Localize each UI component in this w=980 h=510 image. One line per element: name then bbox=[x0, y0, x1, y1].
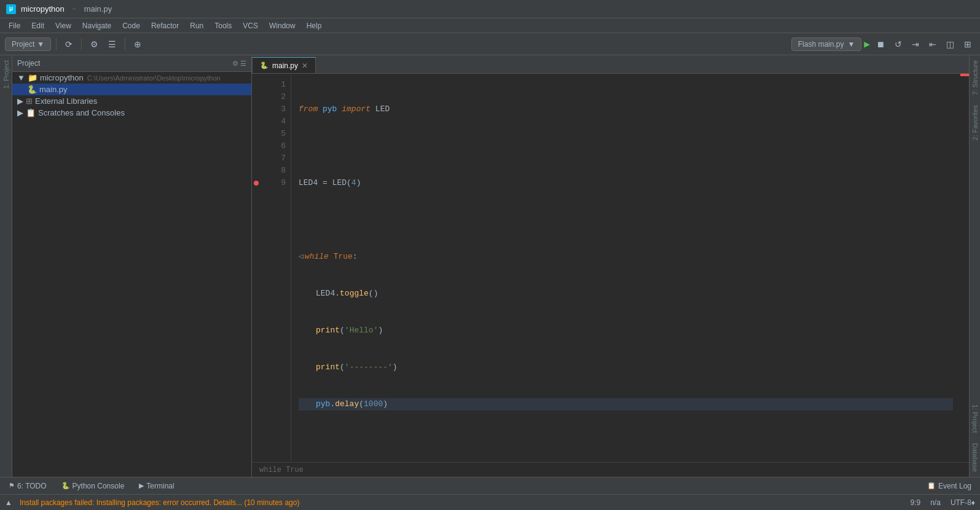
line-num-9: 9 bbox=[261, 177, 291, 189]
folder-icon: 📁 bbox=[28, 73, 37, 82]
status-error-message: Install packages failed: Installing pack… bbox=[20, 498, 300, 507]
sidebar-item-database[interactable]: Database bbox=[970, 438, 980, 477]
code-line-1: from pyb import LED bbox=[299, 103, 953, 116]
menu-view[interactable]: View bbox=[50, 20, 76, 31]
breakpoint-gutter bbox=[252, 74, 261, 462]
menu-tools[interactable]: Tools bbox=[210, 20, 237, 31]
project-dropdown-icon: ▼ bbox=[37, 40, 44, 49]
tree-file-label: main.py bbox=[39, 85, 68, 94]
line-num-2: 2 bbox=[261, 91, 291, 103]
tree-node-micropython[interactable]: ▼ 📁 micropython C:\Users\Administrator\D… bbox=[12, 72, 251, 84]
breakpoint-marker bbox=[254, 181, 259, 186]
code-line-3: LED4 = LED(4) bbox=[299, 177, 953, 189]
todo-icon: ⚑ bbox=[9, 482, 15, 490]
tab-python-console[interactable]: 🐍 Python Console bbox=[55, 480, 131, 492]
editor-hint-bar: while True bbox=[252, 462, 969, 477]
project-dropdown[interactable]: Project ▼ bbox=[5, 37, 51, 51]
tab-terminal[interactable]: ▶ Terminal bbox=[133, 480, 180, 492]
hint-text: while True bbox=[259, 466, 304, 474]
line-num-8: 8 bbox=[261, 165, 291, 177]
terminal-icon: ▶ bbox=[139, 482, 144, 490]
main-content: 1: Project Project ⚙ ☰ ▼ 📁 micropython C… bbox=[0, 55, 980, 477]
code-content[interactable]: from pyb import LED LED4 = LED(4) ◁while… bbox=[291, 74, 960, 462]
status-encoding: UTF-8♦ bbox=[951, 498, 975, 507]
toolbar-btn-8[interactable]: ⇤ bbox=[925, 37, 940, 52]
tab-main-py[interactable]: 🐍 main.py ✕ bbox=[252, 57, 316, 73]
error-indicator bbox=[960, 74, 969, 76]
menu-edit[interactable]: Edit bbox=[26, 20, 49, 31]
libs-icon: ⊞ bbox=[26, 96, 33, 106]
tab-label: main.py bbox=[272, 61, 298, 70]
status-bar: ▲ Install packages failed: Installing pa… bbox=[0, 494, 980, 510]
tab-python-console-label: Python Console bbox=[73, 482, 125, 490]
scrollbar-area bbox=[960, 74, 969, 462]
toolbar-btn-5[interactable]: ⏹ bbox=[872, 37, 888, 52]
file-name-title: main.py bbox=[84, 4, 112, 14]
left-sidebar-strip: 1: Project bbox=[0, 55, 12, 477]
fold-icon: ◁ bbox=[299, 251, 304, 263]
menu-vcs[interactable]: VCS bbox=[238, 20, 263, 31]
line-num-1: 1 bbox=[261, 79, 291, 91]
sidebar-item-structure[interactable]: 7: Structure bbox=[970, 55, 980, 100]
file-tree-header: Project ⚙ ☰ bbox=[12, 55, 251, 72]
menu-window[interactable]: Window bbox=[264, 20, 300, 31]
code-line-6: LED4.toggle() bbox=[299, 288, 953, 300]
toolbar-btn-2[interactable]: ⚙ bbox=[87, 37, 102, 52]
toolbar-btn-9[interactable]: ◫ bbox=[943, 37, 958, 52]
tab-terminal-label: Terminal bbox=[146, 482, 174, 490]
toolbar-btn-1[interactable]: ⟳ bbox=[61, 37, 76, 52]
toolbar-btn-3[interactable]: ☰ bbox=[104, 37, 120, 52]
expand-icon-libs: ▶ bbox=[17, 96, 23, 106]
event-log-icon: 📋 bbox=[927, 482, 936, 490]
tab-event-log[interactable]: 📋 Event Log bbox=[921, 480, 978, 492]
menu-file[interactable]: File bbox=[4, 20, 25, 31]
status-right: 9:9 n/a UTF-8♦ bbox=[911, 498, 976, 507]
toolbar-btn-6[interactable]: ↺ bbox=[891, 37, 906, 52]
status-cursor-pos: 9:9 bbox=[911, 498, 921, 507]
sidebar-item-review[interactable]: 1: Project bbox=[970, 399, 980, 437]
toolbar-btn-7[interactable]: ⇥ bbox=[908, 37, 923, 52]
python-console-icon: 🐍 bbox=[61, 482, 70, 490]
tree-node-scratches[interactable]: ▶ 📋 Scratches and Consoles bbox=[12, 107, 251, 119]
title-bar: μ micropython – main.py bbox=[0, 0, 980, 18]
menu-navigate[interactable]: Navigate bbox=[77, 20, 116, 31]
tree-node-external-libs[interactable]: ▶ ⊞ External Libraries bbox=[12, 95, 251, 107]
code-line-8: print('--------') bbox=[299, 361, 953, 374]
menu-refactor[interactable]: Refactor bbox=[146, 20, 184, 31]
tab-py-icon: 🐍 bbox=[260, 61, 269, 69]
file-tree-title: Project bbox=[17, 59, 40, 68]
tree-ext-libs-label: External Libraries bbox=[35, 96, 97, 106]
flash-button[interactable]: Flash main.py ▼ bbox=[791, 37, 862, 51]
menu-code[interactable]: Code bbox=[117, 20, 145, 31]
file-tree-panel: Project ⚙ ☰ ▼ 📁 micropython C:\Users\Adm… bbox=[12, 55, 252, 477]
sidebar-item-favorites[interactable]: 2: Favorites bbox=[970, 100, 980, 145]
expand-icon: ▼ bbox=[17, 73, 25, 82]
tab-event-log-label: Event Log bbox=[938, 482, 971, 490]
sidebar-item-project[interactable]: 1: Project bbox=[1, 55, 11, 93]
project-label: Project bbox=[12, 40, 34, 49]
tree-scratches-label: Scratches and Consoles bbox=[38, 108, 125, 117]
status-column-info: n/a bbox=[930, 498, 941, 507]
code-line-2 bbox=[299, 140, 953, 152]
tree-node-main-py[interactable]: 🐍 main.py bbox=[12, 84, 251, 95]
tree-node-path: C:\Users\Administrator\Desktop\micropyth… bbox=[87, 74, 221, 82]
tab-close-btn[interactable]: ✕ bbox=[302, 61, 308, 70]
code-line-9: pyb.delay(1000) bbox=[299, 398, 953, 410]
toolbar-btn-10[interactable]: ⊞ bbox=[960, 37, 975, 52]
editor-area: 🐍 main.py ✕ 1 bbox=[252, 55, 969, 477]
tree-node-label: micropython bbox=[40, 73, 84, 82]
code-line-5: ◁while True: bbox=[299, 251, 953, 263]
menu-help[interactable]: Help bbox=[302, 20, 327, 31]
line-num-7: 7 bbox=[261, 152, 291, 165]
menu-bar: File Edit View Navigate Code Refactor Ru… bbox=[0, 18, 980, 33]
toolbar-btn-4[interactable]: ⊕ bbox=[130, 37, 145, 52]
app-name: micropython bbox=[21, 4, 65, 14]
code-editor: 1 2 3 4 5 6 7 8 9 from pyb import LED LE… bbox=[252, 74, 969, 462]
run-icon[interactable]: ▶ bbox=[864, 38, 870, 50]
bottom-toolbar: ⚑ 6: TODO 🐍 Python Console ▶ Terminal 📋 … bbox=[0, 477, 980, 494]
line-num-4: 4 bbox=[261, 116, 291, 128]
code-line-7: print('Hello') bbox=[299, 324, 953, 337]
tab-todo[interactable]: ⚑ 6: TODO bbox=[2, 480, 53, 492]
scratches-icon: 📋 bbox=[26, 108, 36, 117]
menu-run[interactable]: Run bbox=[185, 20, 208, 31]
